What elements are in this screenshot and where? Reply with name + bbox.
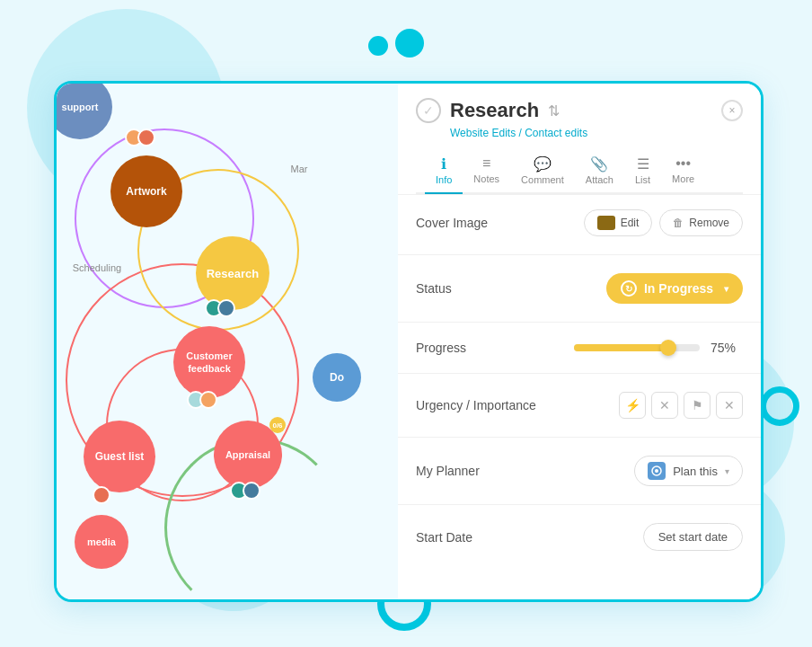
urgency-icons: ⚡ ✕ ⚑ ✕	[619, 392, 743, 419]
panel-title: Research	[450, 99, 539, 122]
set-start-date-button[interactable]: Set start date	[643, 523, 743, 551]
tab-info[interactable]: ℹ Info	[425, 148, 463, 194]
progress-row: Progress 75%	[416, 341, 743, 355]
avatar	[137, 129, 155, 146]
panel-header: ✓ Research ⇅ × Website Edits / Contact e…	[398, 84, 761, 195]
planner-label: My Planner	[416, 464, 480, 478]
node-mar: Mar	[281, 160, 317, 178]
comment-icon: 💬	[534, 155, 552, 173]
divider-3	[398, 373, 761, 374]
plan-chevron-icon: ▾	[725, 466, 729, 476]
list-icon: ☰	[637, 155, 649, 173]
tab-bar: ℹ Info ≡ Notes 💬 Comment 📎 Attach ☰	[416, 148, 743, 194]
close-icon: ×	[728, 104, 735, 117]
check-icon: ✓	[423, 103, 434, 118]
attach-icon: 📎	[590, 155, 608, 173]
urgency-x1-button[interactable]: ✕	[651, 392, 678, 419]
tab-attach[interactable]: 📎 Attach	[575, 148, 624, 194]
tab-list-label: List	[635, 174, 650, 185]
status-spinner-icon: ↻	[621, 280, 637, 297]
node-scheduling: Scheduling	[66, 259, 128, 277]
support-avatars	[125, 129, 155, 146]
progress-label: Progress	[416, 341, 466, 355]
more-icon: •••	[675, 155, 691, 172]
start-date-row: Start Date Set start date	[416, 523, 743, 551]
tab-more[interactable]: ••• More	[661, 148, 705, 194]
node-customer-feedback[interactable]: Customer feedback	[173, 326, 245, 398]
ring-right	[760, 386, 799, 426]
planner-icon	[648, 462, 666, 480]
avatar	[243, 482, 260, 500]
image-thumb	[597, 216, 615, 230]
cyan-dot-1	[368, 36, 388, 56]
trash-icon: 🗑	[673, 217, 684, 229]
urgency-label: Urgency / Importance	[416, 398, 536, 412]
progress-thumb[interactable]	[660, 340, 676, 356]
customer-avatars	[187, 391, 217, 409]
tab-notes[interactable]: ≡ Notes	[463, 148, 510, 194]
status-row: Status ↻ In Progress ▾	[416, 273, 743, 304]
urgency-bolt-button[interactable]: ⚡	[619, 392, 646, 419]
info-icon: ℹ	[441, 155, 446, 173]
tab-info-label: Info	[436, 174, 452, 185]
notes-icon: ≡	[482, 155, 490, 172]
status-button[interactable]: ↻ In Progress ▾	[606, 273, 743, 304]
avatar	[217, 299, 235, 317]
divider-5	[398, 504, 761, 505]
mindmap-panel: support Artwork Scheduling Mar Research …	[57, 84, 398, 599]
cover-image-controls: Edit 🗑 Remove	[584, 209, 743, 236]
bolt-icon: ⚡	[625, 398, 640, 412]
avatar	[199, 391, 217, 409]
x-icon: ✕	[659, 398, 670, 412]
status-chevron-icon: ▾	[724, 284, 728, 294]
close-button[interactable]: ×	[721, 100, 743, 121]
panel-content: Cover Image Edit 🗑 Remove Status	[398, 195, 761, 565]
progress-fill	[574, 344, 668, 351]
remove-cover-button[interactable]: 🗑 Remove	[659, 209, 743, 236]
progress-percent: 75%	[710, 341, 743, 355]
header-top-row: ✓ Research ⇅ ×	[416, 98, 743, 123]
header-left: ✓ Research ⇅	[416, 98, 560, 123]
svg-point-1	[655, 469, 658, 473]
complete-checkbox[interactable]: ✓	[416, 98, 441, 123]
cover-image-label: Cover Image	[416, 216, 488, 230]
research-avatars	[205, 299, 235, 317]
tab-notes-label: Notes	[473, 173, 499, 184]
urgency-flag-button[interactable]: ⚑	[684, 392, 710, 419]
sort-icon[interactable]: ⇅	[548, 102, 560, 120]
urgency-x2-button[interactable]: ✕	[716, 392, 743, 419]
start-date-label: Start Date	[416, 530, 472, 545]
tab-comment[interactable]: 💬 Comment	[510, 148, 575, 194]
status-value: In Progress	[644, 281, 713, 296]
urgency-row: Urgency / Importance ⚡ ✕ ⚑ ✕	[416, 392, 743, 419]
plan-this-label: Plan this	[673, 465, 718, 478]
appraisal-badge: 0/6	[269, 417, 286, 433]
edit-cover-button[interactable]: Edit	[584, 209, 653, 236]
divider-4	[398, 437, 761, 438]
flag-icon: ⚑	[692, 398, 703, 412]
main-card: support Artwork Scheduling Mar Research …	[54, 81, 763, 602]
node-artwork[interactable]: Artwork	[110, 155, 182, 227]
cyan-dot-2	[395, 29, 424, 58]
status-label: Status	[416, 281, 452, 296]
node-media[interactable]: media	[75, 515, 128, 569]
tab-comment-label: Comment	[521, 174, 564, 185]
node-guest-list[interactable]: Guest list	[84, 421, 155, 492]
tab-more-label: More	[672, 173, 694, 184]
divider-2	[398, 322, 761, 323]
guest-avatars	[93, 486, 110, 504]
tab-attach-label: Attach	[586, 174, 613, 185]
node-appraisal[interactable]: Appraisal 0/6	[214, 421, 282, 489]
divider-1	[398, 254, 761, 255]
planner-row: My Planner Plan this ▾	[416, 456, 743, 486]
tab-list[interactable]: ☰ List	[624, 148, 661, 194]
avatar	[93, 486, 110, 504]
appraisal-avatars	[230, 482, 260, 500]
x2-icon: ✕	[724, 398, 735, 412]
panel-subtitle[interactable]: Website Edits / Contact edits	[450, 127, 743, 139]
progress-track[interactable]	[574, 344, 700, 351]
node-do[interactable]: Do	[313, 353, 361, 402]
node-support[interactable]: support	[57, 84, 112, 139]
plan-this-button[interactable]: Plan this ▾	[634, 456, 743, 486]
progress-area: 75%	[466, 341, 743, 355]
